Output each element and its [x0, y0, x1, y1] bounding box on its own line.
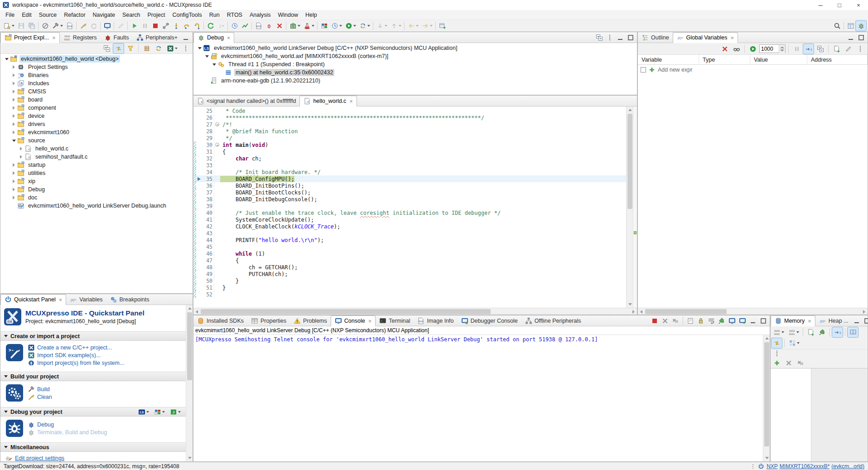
toolbar-trace-button[interactable]: [240, 21, 250, 31]
global-variables-edit-expression-button[interactable]: [843, 44, 854, 54]
project-item-utilities[interactable]: utilities: [0, 169, 193, 177]
fold-gutter[interactable]: [214, 230, 220, 237]
menu-refactor[interactable]: Refactor: [60, 11, 89, 19]
debug-view-tab-debug[interactable]: Debug×: [193, 32, 234, 43]
debug-view-collapse-all-button[interactable]: [595, 33, 604, 42]
variables-horizontal-scrollbar[interactable]: [638, 308, 868, 315]
project-item-device[interactable]: device: [0, 112, 193, 120]
debug-view-maximize-button[interactable]: [626, 33, 635, 42]
scrollbar-thumb[interactable]: [627, 114, 632, 209]
toolbar-reset-target-button[interactable]: 0: [264, 21, 274, 31]
code-line-32[interactable]: 32 char ch;: [193, 155, 626, 162]
code-line-39[interactable]: 39: [193, 203, 626, 209]
memory-format-hex-button[interactable]: 10100101: [772, 327, 786, 337]
menu-search[interactable]: Search: [119, 11, 144, 19]
toolbar-config-tools-button[interactable]: [357, 21, 371, 31]
code-line-30[interactable]: 30int main(void): [193, 141, 626, 148]
probe-jlink-button[interactable]: J: [168, 407, 182, 417]
project-item-source[interactable]: source: [0, 136, 193, 145]
memory-tab-heap[interactable]: (x)=Heap ...: [815, 315, 852, 326]
debug-item-evkcmimxrt1060-hello-world-linkserver-de[interactable]: LSevkcmimxrt1060_hello_world LinkServer …: [193, 44, 637, 52]
section-collapse-icon[interactable]: [4, 446, 8, 448]
close-tab-icon[interactable]: ×: [52, 34, 56, 41]
fold-gutter[interactable]: [214, 155, 220, 162]
link-edit-project-settings[interactable]: Edit project settings: [0, 452, 186, 461]
console-tab-console[interactable]: Console×: [331, 315, 376, 326]
console-terminate-console-button[interactable]: [650, 316, 659, 325]
overflow-dots-icon[interactable]: [773, 350, 865, 357]
quickstart-scrollbar[interactable]: [186, 305, 193, 461]
debug-view-view-menu-button[interactable]: [605, 33, 614, 42]
code-line-43[interactable]: 43: [193, 230, 626, 237]
code-line-37[interactable]: 37 BOARD_InitBootClocks();: [193, 189, 626, 196]
editor-horizontal-scrollbar[interactable]: [193, 308, 637, 315]
section-collapse-icon[interactable]: [4, 335, 8, 337]
menu-run[interactable]: Run: [206, 11, 223, 19]
toolbar-save-button[interactable]: [16, 21, 26, 31]
column-header-type[interactable]: Type: [699, 55, 750, 64]
code-line-47[interactable]: 47 {: [193, 257, 626, 264]
global-variables-minimize-button[interactable]: [846, 33, 855, 42]
code-line-25[interactable]: 25 * Code: [193, 107, 626, 114]
project-item-includes[interactable]: hIncludes: [0, 79, 193, 87]
console-vertical-scrollbar[interactable]: [763, 335, 770, 461]
code-line-26[interactable]: 26 *************************************…: [193, 114, 626, 121]
menu-project[interactable]: Project: [144, 11, 169, 19]
fold-gutter[interactable]: [214, 223, 220, 230]
toolbar-perspective-debug-button[interactable]: [856, 21, 866, 31]
console-maximize-view-button[interactable]: [759, 316, 768, 325]
console-tab-problems[interactable]: Problems: [290, 315, 331, 326]
link-clean[interactable]: Clean: [28, 393, 52, 400]
project-item-binaries[interactable]: 1001Binaries: [0, 71, 193, 79]
close-tab-icon[interactable]: ×: [349, 98, 353, 105]
toolbar-overflow-icon[interactable]: [771, 349, 868, 358]
fold-gutter[interactable]: [214, 271, 220, 277]
status-link-mimxrt1062xxxxb[interactable]: MIMXRT1062xxxxB*: [780, 463, 829, 470]
link-create-a-new-c-c-project[interactable]: Create a new C/C++ project...: [28, 344, 124, 351]
project-item-debug[interactable]: Debug: [0, 185, 193, 194]
toolbar-flash-programmer-button[interactable]: [302, 21, 316, 31]
fold-icon[interactable]: [215, 143, 219, 147]
memory-link-memory-button[interactable]: [772, 338, 782, 348]
project-explorer-collapse-all-button[interactable]: [101, 44, 112, 53]
fold-gutter[interactable]: [214, 264, 220, 271]
expander-icon[interactable]: [196, 45, 203, 52]
project-item-evkcmimxrt1060-hello-world-linkserver-de[interactable]: evkcmimxrt1060_hello_world LinkServer De…: [0, 202, 193, 210]
global-variables-new-expression-button[interactable]: [831, 44, 842, 54]
expander-icon[interactable]: [3, 56, 10, 63]
memory-link-with-debug-button[interactable]: t: [832, 327, 843, 337]
toolbar-config-pins-button[interactable]: [319, 21, 329, 31]
global-variables-watch-expression-button[interactable]: [731, 44, 742, 54]
fold-gutter[interactable]: [214, 107, 220, 114]
fold-gutter[interactable]: [214, 257, 220, 264]
section-header-debug-your-project[interactable]: Debug your projectLSJ: [0, 407, 186, 417]
fold-gutter[interactable]: [214, 284, 220, 291]
toolbar-step-over-button[interactable]: [181, 21, 192, 31]
fold-gutter[interactable]: [214, 203, 220, 209]
global-variables-pause-update-button[interactable]: [791, 44, 802, 54]
project-explorer-minimize-button[interactable]: [181, 33, 190, 42]
code-area[interactable]: 25 * Code26 ****************************…: [193, 107, 626, 308]
code-line-40[interactable]: 40 /* Just enable the trace clock, leave…: [193, 209, 626, 216]
link-debug[interactable]: Debug: [28, 421, 107, 428]
close-tab-icon[interactable]: ×: [808, 318, 811, 325]
console-tab-offline-peripherals[interactable]: Offline Peripherals: [521, 315, 585, 326]
project-item-cmsis[interactable]: CMSIS: [0, 87, 193, 96]
probe-pemicro-button[interactable]: [152, 407, 166, 417]
project-explorer-grid-view-button[interactable]: [141, 44, 152, 53]
expander-icon[interactable]: [10, 162, 17, 169]
spin-up-icon[interactable]: [779, 45, 785, 49]
section-header-create-or-import-a-project[interactable]: Create or import a project: [0, 331, 186, 341]
debug-item-evkcmimxrt1060-hello-world-axf-mimxrt106[interactable]: evkcmimxrt1060_hello_world.axf [MIMXRT10…: [193, 52, 637, 60]
power-icon[interactable]: [758, 463, 764, 470]
close-tab-icon[interactable]: ×: [59, 296, 63, 303]
add-icon[interactable]: [648, 66, 656, 73]
menu-edit[interactable]: Edit: [18, 11, 35, 19]
overview-ruler[interactable]: [633, 107, 637, 308]
toolbar-suspend-button[interactable]: [140, 21, 150, 31]
menu-source[interactable]: Source: [35, 11, 61, 19]
debug-item-arm-none-eabi-gdb-12-1-90-20221210[interactable]: arm-none-eabi-gdb (12.1.90.20221210): [193, 77, 637, 85]
code-line-42[interactable]: 42 CLOCK_EnableClock(kCLOCK_Trace);: [193, 223, 626, 230]
toolbar-save-all-button[interactable]: [26, 21, 37, 31]
column-header-variable[interactable]: Variable: [638, 55, 699, 64]
